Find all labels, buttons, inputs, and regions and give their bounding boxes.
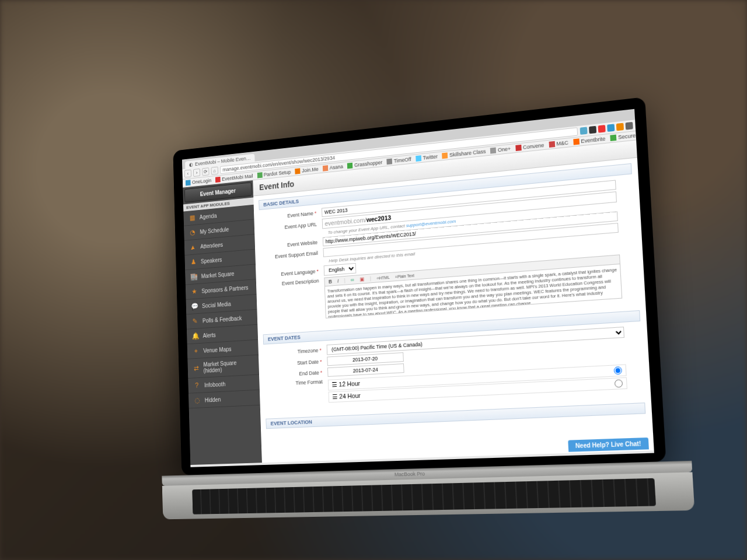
ext-icon[interactable] bbox=[625, 122, 633, 130]
sidebar-item-label: Hidden bbox=[205, 396, 221, 403]
label-time-format: Time Format bbox=[264, 379, 328, 387]
map-icon: ⌖ bbox=[192, 347, 199, 355]
app-url-slug: wec2013 bbox=[366, 214, 392, 223]
bookmark[interactable]: Join.Me bbox=[295, 166, 318, 174]
info-icon: ? bbox=[193, 382, 200, 390]
sidebar-item-label: Alerts bbox=[203, 332, 215, 339]
ext-icon[interactable] bbox=[607, 124, 615, 132]
label-end-date: End Date * bbox=[264, 369, 328, 379]
sidebar-item-label: Polls & Feedback bbox=[203, 315, 242, 324]
label-timezone: Timezone * bbox=[264, 347, 327, 356]
bookmark[interactable]: M&C bbox=[549, 139, 568, 148]
separator: | bbox=[343, 278, 347, 284]
language-select[interactable]: English bbox=[324, 263, 357, 276]
sidebar: Event Manager EVENT APP MODULES ▦Agenda … bbox=[183, 180, 262, 465]
sidebar-item-hidden[interactable]: ◌Hidden bbox=[189, 390, 260, 409]
sidebar-item-label: Infobooth bbox=[204, 381, 225, 388]
sidebar-item-label: Market Square bbox=[201, 270, 235, 279]
main-content: Event Info BASIC DETAILS Event Name * Ev… bbox=[253, 140, 654, 463]
radio-12hr[interactable] bbox=[613, 366, 622, 374]
ext-icon[interactable] bbox=[598, 125, 606, 133]
radio-24hr[interactable] bbox=[615, 379, 623, 387]
sidebar-item-label: Sponsors & Partners bbox=[201, 284, 248, 294]
sidebar-item-label: Attendees bbox=[200, 242, 223, 250]
bookmark[interactable]: TimeOff bbox=[387, 156, 411, 164]
sidebar-item-label: Market Square (hidden) bbox=[203, 359, 254, 374]
sidebar-item-label: Speakers bbox=[201, 257, 222, 264]
sidebar-item-label: Venue Maps bbox=[203, 346, 231, 354]
market-icon: 🏬 bbox=[190, 272, 197, 281]
sidebar-item-label: Social Media bbox=[202, 300, 231, 309]
bold-button[interactable]: B bbox=[327, 278, 334, 285]
ext-icon[interactable] bbox=[580, 127, 588, 135]
polls-icon: ✎ bbox=[191, 317, 198, 326]
ext-icon[interactable] bbox=[589, 126, 596, 134]
hidden-icon: ◌ bbox=[194, 396, 201, 404]
speakers-icon: ♟ bbox=[190, 258, 197, 266]
plain-text-button[interactable]: =Plain Text bbox=[393, 273, 416, 279]
link-button[interactable]: ∞ bbox=[349, 276, 356, 283]
label-support-email: Event Support Email bbox=[260, 250, 323, 261]
back-button[interactable]: ‹ bbox=[184, 169, 191, 177]
forward-button[interactable]: › bbox=[193, 169, 200, 177]
html-button[interactable]: ‹›HTML bbox=[375, 275, 391, 280]
chat-icon: 💬 bbox=[191, 302, 198, 310]
sidebar-item-label: Agenda bbox=[200, 212, 217, 220]
sidebar-item-label: My Schedule bbox=[200, 226, 229, 235]
bookmark[interactable]: Twitter bbox=[416, 153, 438, 162]
star-icon: ★ bbox=[190, 288, 197, 296]
label-start-date: Start Date * bbox=[264, 358, 327, 368]
label-app-url: Event App URL bbox=[260, 221, 323, 232]
bookmark[interactable]: Asana bbox=[323, 163, 343, 171]
live-chat-button[interactable]: Need Help? Live Chat! bbox=[568, 438, 649, 452]
image-button[interactable]: ▣ bbox=[358, 276, 366, 282]
globe-icon: ◐ bbox=[189, 162, 193, 167]
attendees-icon: ▲ bbox=[189, 243, 196, 251]
bell-icon: 🔔 bbox=[192, 332, 199, 340]
home-button[interactable]: ⌂ bbox=[211, 166, 218, 174]
separator: | bbox=[368, 275, 373, 281]
bookmark[interactable]: One+ bbox=[490, 146, 511, 154]
agenda-icon: ▦ bbox=[189, 214, 196, 222]
label-language: Event Language * bbox=[261, 268, 324, 278]
italic-button[interactable]: I bbox=[336, 278, 340, 284]
reload-button[interactable]: ⟳ bbox=[202, 167, 209, 176]
ext-icon[interactable] bbox=[616, 123, 624, 131]
market-icon: ⇄ bbox=[193, 364, 200, 372]
clock-icon: ◔ bbox=[189, 228, 196, 236]
